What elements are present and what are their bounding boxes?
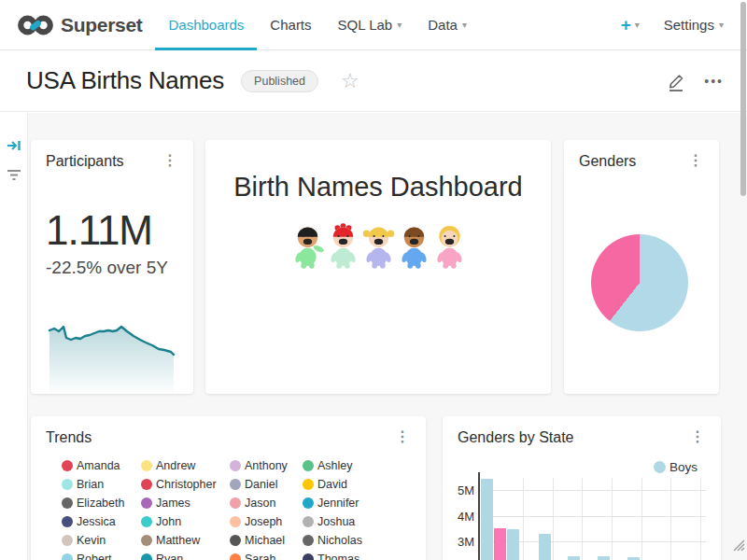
bar-boys[interactable] [568,556,580,560]
legend-label: Kevin [77,534,106,547]
legend-label: Ryan [156,553,183,560]
top-navbar: Superset Dashboards Charts SQL Lab ▾ Dat… [0,0,747,50]
legend-item[interactable]: Ryan [141,550,230,560]
legend-item[interactable]: James [141,494,230,512]
kebab-menu-icon[interactable]: ⋮ [392,429,413,444]
legend-item[interactable]: Robert [62,550,141,560]
dashboard-banner-title: Birth Names Dashboard [205,172,551,203]
legend-item[interactable]: Jennifer [303,494,396,512]
page-title: USA Births Names [26,66,224,95]
legend-item[interactable]: Anthony [230,456,303,475]
filter-lines-icon [7,169,21,181]
dashboard-menu-button[interactable]: ••• [704,74,724,89]
bar-boys[interactable] [507,529,519,560]
nav-label: Data [428,17,458,33]
main-nav: Dashboards Charts SQL Lab ▾ Data ▾ [155,0,479,50]
legend-item[interactable]: Michael [230,531,303,550]
legend-swatch-icon [303,553,314,560]
baby-figure [326,223,360,269]
superset-brand[interactable]: Superset [17,12,142,38]
legend-swatch-icon [230,553,241,560]
nav-item-charts[interactable]: Charts [257,0,324,50]
big-number-subheader: -22.5% over 5Y [46,258,193,278]
genders-card: Genders ⋮ [564,140,719,394]
chevron-down-icon: ▾ [462,21,467,30]
bar-boys[interactable] [481,479,493,560]
big-number-value: 1.11M [46,207,193,254]
navbar-right: + ▾ Settings ▾ [621,16,747,34]
nav-item-data[interactable]: Data ▾ [415,0,480,50]
legend-item[interactable]: Daniel [230,475,303,494]
legend-item[interactable]: Amanda [62,456,141,475]
legend-label: Christopher [156,478,217,491]
legend-item[interactable]: Joshua [303,512,396,531]
legend-label: Joshua [317,515,355,528]
dashboard-actions: ••• [667,71,724,91]
bar-boys[interactable] [598,556,610,560]
legend-item[interactable]: Elizabeth [62,494,141,512]
legend-swatch-icon [62,479,73,490]
legend-label: Brian [77,478,104,491]
legend-label: Daniel [245,478,277,491]
chart-title: Participants [46,153,124,170]
resize-handle-icon[interactable] [728,535,745,552]
nav-item-dashboards[interactable]: Dashboards [155,0,257,50]
expand-filter-bar-button[interactable] [7,139,21,152]
filter-bar-collapsed [0,113,28,560]
legend-item[interactable]: Jason [230,494,303,512]
legend-swatch-icon [62,553,73,560]
legend-item[interactable]: Brian [62,475,141,494]
genders-pie-chart[interactable] [591,234,688,331]
legend-swatch-icon [230,535,241,546]
legend-item[interactable]: Andrew [141,456,230,475]
legend-item[interactable]: Christopher [141,475,230,494]
pencil-icon [667,71,685,91]
legend-swatch-icon [141,535,152,546]
legend-item[interactable]: Kevin [62,531,141,550]
baby-figure [397,223,431,269]
bar-boys[interactable] [627,557,640,560]
chevron-down-icon: ▾ [719,21,724,30]
gridline [478,516,706,517]
chevron-down-icon: ▾ [397,21,402,30]
baby-figure [361,223,396,269]
legend-swatch-icon [230,479,241,490]
legend-item[interactable]: John [141,512,230,531]
legend-label: Jason [245,497,275,510]
legend-item[interactable]: Thomas [303,550,396,560]
nav-label: Dashboards [168,17,244,33]
bar-girls[interactable] [494,528,506,560]
babies-row [205,223,551,269]
kebab-menu-icon[interactable]: ⋮ [685,153,706,168]
y-axis-tick: 3M [446,535,474,549]
legend-item[interactable]: Matthew [141,531,230,550]
bar-boys[interactable] [539,534,551,560]
legend-item[interactable]: Jessica [62,512,141,531]
kebab-menu-icon[interactable]: ⋮ [160,153,180,168]
edit-dashboard-button[interactable] [667,71,685,91]
legend-swatch-icon [303,516,314,527]
nav-label: SQL Lab [338,17,393,33]
legend-item[interactable]: Sarah [230,550,303,560]
nav-item-sql-lab[interactable]: SQL Lab ▾ [325,0,416,50]
gridline [478,490,706,491]
legend-item[interactable]: Nicholas [303,531,396,550]
legend-swatch-icon [62,516,73,527]
favorite-star-icon[interactable]: ☆ [341,71,359,91]
legend-label: James [156,497,190,510]
y-axis-line [478,472,480,560]
chart-title: Genders by State [458,429,574,446]
published-badge[interactable]: Published [241,70,318,92]
legend-item[interactable]: Ashley [303,456,396,475]
settings-menu[interactable]: Settings ▾ [664,17,724,33]
new-item-button[interactable]: + ▾ [621,16,640,34]
legend-item[interactable]: Joseph [230,512,303,531]
filter-button[interactable] [7,169,21,181]
trends-legend: AmandaAndrewAnthonyAshleyBrianChristophe… [62,456,426,560]
vertical-scrollbar[interactable] [740,2,746,196]
legend-swatch-icon [303,497,314,509]
legend-item[interactable]: David [303,475,396,494]
legend-swatch-icon [141,479,152,490]
legend-label: Michael [245,534,285,547]
kebab-menu-icon[interactable]: ⋮ [687,429,708,444]
